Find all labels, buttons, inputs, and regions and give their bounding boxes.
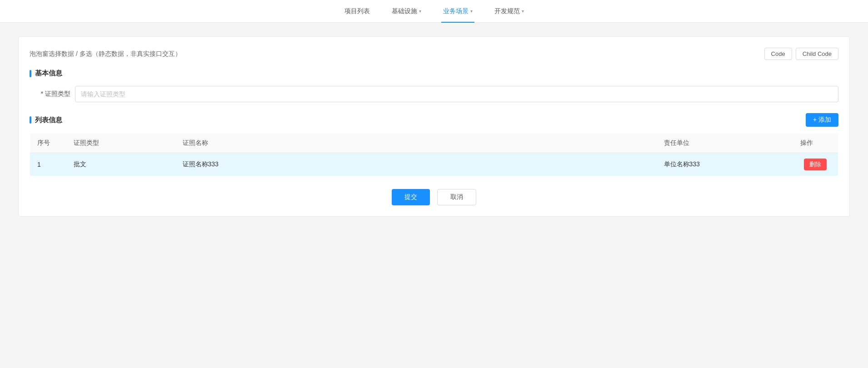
cell-index: 1 — [30, 153, 66, 176]
cert-type-form-row: * 证照类型 — [30, 86, 838, 102]
cell-responsible-unit: 单位名称333 — [657, 153, 793, 176]
chevron-down-icon: ▾ — [522, 9, 524, 14]
submit-button[interactable]: 提交 — [392, 189, 430, 205]
table-head: 序号 证照类型 证照名称 责任单位 操作 — [30, 134, 838, 153]
nav-bar: 项目列表 基础设施 ▾ 业务场景 ▾ 开发规范 ▾ — [0, 0, 868, 23]
nav-item-infrastructure[interactable]: 基础设施 ▾ — [390, 0, 423, 23]
nav-label-project-list: 项目列表 — [344, 7, 370, 15]
section-bar-list — [30, 116, 31, 124]
cert-type-label: * 证照类型 — [30, 90, 75, 98]
th-operation: 操作 — [793, 134, 838, 153]
card-header: 泡泡窗选择数据 / 多选（静态数据，非真实接口交互） Code Child Co… — [30, 48, 838, 60]
table-header-row: 序号 证照类型 证照名称 责任单位 操作 — [30, 134, 838, 153]
cert-type-input[interactable] — [75, 86, 838, 102]
footer-actions: 提交 取消 — [30, 189, 838, 205]
cell-cert-type: 批文 — [66, 153, 175, 176]
section-bar — [30, 70, 31, 77]
nav-label-infrastructure: 基础设施 — [392, 7, 417, 15]
basic-info-label: 基本信息 — [35, 69, 62, 78]
cancel-button[interactable]: 取消 — [437, 189, 476, 205]
child-code-button[interactable]: Child Code — [796, 48, 838, 60]
cell-operation: 删除 — [793, 153, 838, 176]
nav-item-dev-spec[interactable]: 开发规范 ▾ — [493, 0, 526, 23]
main-content: 泡泡窗选择数据 / 多选（静态数据，非真实接口交互） Code Child Co… — [0, 23, 868, 368]
table-row: 1 批文 证照名称333 单位名称333 删除 — [30, 153, 838, 176]
th-cert-type: 证照类型 — [66, 134, 175, 153]
nav-item-project-list[interactable]: 项目列表 — [343, 0, 372, 23]
nav-label-dev-spec: 开发规范 — [494, 7, 520, 15]
table-body: 1 批文 证照名称333 单位名称333 删除 — [30, 153, 838, 176]
nav-label-business-scene: 业务场景 — [443, 7, 469, 15]
list-info-section-title: 列表信息 — [30, 116, 62, 124]
th-responsible-unit: 责任单位 — [657, 134, 793, 153]
add-button[interactable]: + 添加 — [806, 113, 838, 127]
list-info-section-header: 列表信息 + 添加 — [30, 113, 838, 127]
list-info-label: 列表信息 — [35, 116, 62, 124]
cell-cert-name: 证照名称333 — [175, 153, 657, 176]
delete-button[interactable]: 删除 — [804, 159, 827, 170]
code-button[interactable]: Code — [764, 48, 792, 60]
chevron-down-icon: ▾ — [419, 9, 421, 14]
data-table: 序号 证照类型 证照名称 责任单位 操作 1 批文 证照名称333 单位名称33… — [30, 133, 838, 176]
basic-info-section-title: 基本信息 — [30, 69, 838, 78]
th-cert-name: 证照名称 — [175, 134, 657, 153]
chevron-down-icon: ▾ — [470, 9, 473, 14]
main-card: 泡泡窗选择数据 / 多选（静态数据，非真实接口交互） Code Child Co… — [18, 36, 850, 217]
card-title: 泡泡窗选择数据 / 多选（静态数据，非真实接口交互） — [30, 50, 181, 58]
card-header-buttons: Code Child Code — [764, 48, 838, 60]
th-index: 序号 — [30, 134, 66, 153]
nav-item-business-scene[interactable]: 业务场景 ▾ — [441, 0, 474, 23]
